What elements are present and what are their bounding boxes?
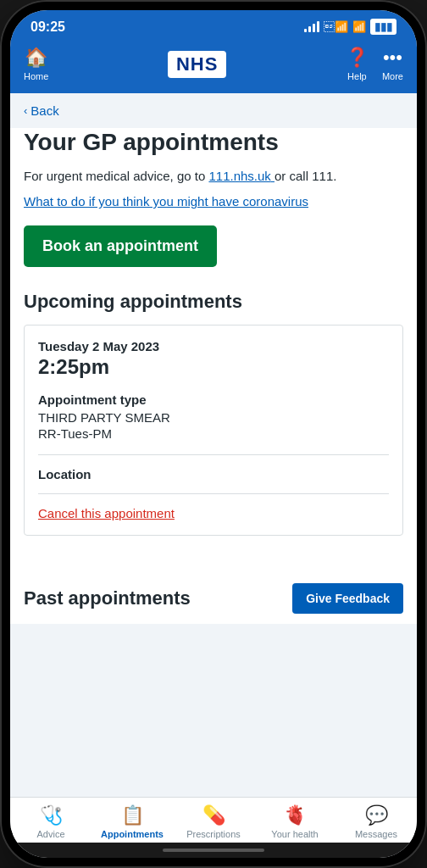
help-nav-item[interactable]: ❓ Help — [346, 47, 369, 81]
nav-prescriptions-label: Prescriptions — [186, 829, 241, 839]
back-link[interactable]: ‹ Back — [24, 103, 403, 118]
nhs-111-link[interactable]: 111.nhs.uk — [208, 169, 274, 183]
home-icon: 🏠 — [25, 47, 47, 69]
card-divider-2 — [38, 493, 389, 494]
phone-screen: 09:25 📶 📶 ▮▮▮ 🏠 Home NHS — [10, 10, 417, 858]
more-nav-item[interactable]: ••• More — [382, 47, 403, 81]
status-icons: 📶 📶 ▮▮▮ — [304, 19, 396, 35]
nav-your-health-label: Your health — [271, 829, 318, 839]
back-label: Back — [30, 103, 58, 118]
messages-icon: 💬 — [365, 804, 388, 826]
page-title: Your GP appointments — [24, 128, 403, 157]
nav-advice-label: Advice — [36, 829, 64, 839]
past-section-title: Past appointments — [24, 587, 191, 609]
chevron-left-icon: ‹ — [24, 104, 27, 117]
wifi-icon: 📶 — [324, 20, 348, 33]
page-content: Your GP appointments For urgent medical … — [10, 128, 417, 570]
header-right: ❓ Help ••• More — [346, 47, 403, 81]
appointment-type-value2: RR-Tues-PM — [38, 426, 389, 441]
nhs-header: 🏠 Home NHS ❓ Help ••• More — [10, 40, 417, 93]
battery-icon: ▮▮▮ — [370, 19, 396, 35]
your-health-icon: 🫀 — [284, 804, 307, 826]
phone-frame: 09:25 📶 📶 ▮▮▮ 🏠 Home NHS — [0, 0, 427, 868]
bottom-nav: 🩺 Advice 📋 Appointments 💊 Prescriptions … — [10, 797, 417, 843]
appointment-type-label: Appointment type — [38, 392, 389, 407]
signal-icon — [304, 21, 319, 32]
appointment-card: Tuesday 2 May 2023 2:25pm Appointment ty… — [24, 325, 403, 536]
nhs-logo: NHS — [168, 51, 226, 78]
cancel-appointment-link[interactable]: Cancel this appointment — [38, 506, 175, 520]
nav-appointments-label: Appointments — [101, 829, 164, 839]
upcoming-section-title: Upcoming appointments — [24, 291, 403, 313]
card-divider — [38, 454, 389, 455]
advice-icon: 🩺 — [40, 804, 63, 826]
status-bar: 09:25 📶 📶 ▮▮▮ — [10, 10, 417, 40]
home-label: Home — [24, 71, 48, 81]
coronavirus-link[interactable]: What to do if you think you might have c… — [24, 194, 403, 209]
urgent-text-part2: or call 111. — [274, 169, 336, 183]
status-time: 09:25 — [30, 19, 65, 35]
appointment-time: 2:25pm — [38, 355, 389, 379]
book-appointment-button[interactable]: Book an appointment — [24, 225, 217, 267]
main-content: ‹ Back Your GP appointments For urgent m… — [10, 93, 417, 797]
appointment-date: Tuesday 2 May 2023 — [38, 339, 389, 353]
nav-messages-label: Messages — [355, 829, 397, 839]
more-label: More — [382, 71, 403, 81]
appointment-type-value1: THIRD PARTY SMEAR — [38, 410, 389, 425]
urgent-text: For urgent medical advice, go to 111.nhs… — [24, 167, 403, 186]
nav-appointments[interactable]: 📋 Appointments — [92, 804, 173, 839]
home-indicator — [10, 843, 417, 858]
nav-advice[interactable]: 🩺 Advice — [10, 804, 92, 839]
nav-your-health[interactable]: 🫀 Your health — [254, 804, 336, 839]
past-section: Past appointments Give Feedback — [10, 570, 417, 624]
prescriptions-icon: 💊 — [202, 804, 225, 826]
appointments-icon: 📋 — [121, 804, 144, 826]
wifi-icon: 📶 — [352, 20, 366, 33]
home-nav-item[interactable]: 🏠 Home — [24, 47, 48, 81]
give-feedback-button[interactable]: Give Feedback — [292, 583, 403, 614]
home-bar — [163, 849, 264, 852]
help-label: Help — [347, 71, 367, 81]
urgent-text-part1: For urgent medical advice, go to — [24, 169, 205, 183]
location-label: Location — [38, 467, 389, 481]
more-icon: ••• — [383, 47, 402, 69]
back-nav: ‹ Back — [10, 93, 417, 128]
nav-messages[interactable]: 💬 Messages — [336, 804, 417, 839]
nav-prescriptions[interactable]: 💊 Prescriptions — [173, 804, 254, 839]
help-icon: ❓ — [346, 47, 369, 69]
